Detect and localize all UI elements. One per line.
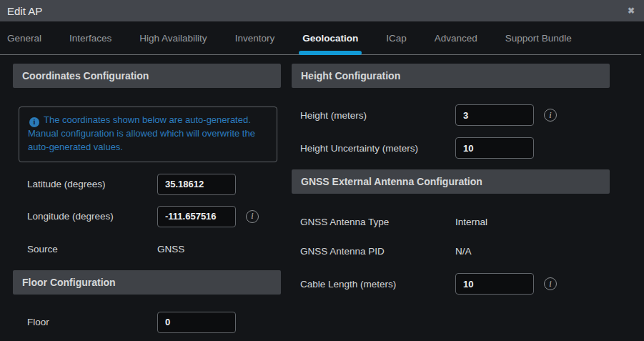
tab-label: Inventory bbox=[235, 33, 275, 44]
active-tab-underline bbox=[299, 51, 362, 55]
edit-ap-dialog: Edit AP ✖ General Interfaces High Availa… bbox=[0, 0, 644, 341]
gnss-antenna-type-value: Internal bbox=[455, 217, 487, 227]
info-note-text: The coordinates shown below are auto-gen… bbox=[28, 114, 255, 152]
coordinates-section-header: Coordinates Configuration bbox=[13, 64, 281, 88]
tab-icap[interactable]: ICap bbox=[386, 21, 407, 54]
floor-section-header: Floor Configuration bbox=[13, 270, 281, 295]
tab-label: Advanced bbox=[435, 33, 477, 44]
gnss-antenna-pid-label: GNSS Antenna PID bbox=[300, 246, 455, 257]
height-uncertainty-input[interactable] bbox=[455, 137, 534, 159]
longitude-label: Longitude (degrees) bbox=[27, 211, 157, 222]
latitude-input[interactable] bbox=[157, 174, 236, 195]
gnss-antenna-pid-row: GNSS Antenna PID N/A bbox=[292, 240, 610, 262]
gnss-antenna-type-row: GNSS Antenna Type Internal bbox=[292, 211, 610, 232]
floor-label: Floor bbox=[27, 317, 157, 327]
gnss-antenna-type-label: GNSS Antenna Type bbox=[300, 217, 455, 227]
longitude-input[interactable] bbox=[157, 206, 236, 227]
tab-high-availability[interactable]: High Availability bbox=[139, 21, 207, 54]
floor-input[interactable] bbox=[157, 312, 236, 333]
coordinates-info-note: iThe coordinates shown below are auto-ge… bbox=[19, 107, 277, 162]
tab-label: General bbox=[7, 33, 41, 44]
cable-length-row: Cable Length (meters) i bbox=[292, 273, 610, 295]
tab-support-bundle[interactable]: Support Bundle bbox=[505, 21, 572, 54]
longitude-info-icon[interactable]: i bbox=[246, 210, 259, 223]
height-uncertainty-row: Height Uncertainty (meters) bbox=[292, 137, 610, 159]
source-label: Source bbox=[27, 244, 157, 254]
gnss-section-header: GNSS External Antenna Configuration bbox=[292, 169, 610, 194]
tab-label: Support Bundle bbox=[505, 33, 572, 44]
latitude-row: Latitude (degrees) bbox=[13, 174, 281, 195]
cable-length-info-icon[interactable]: i bbox=[544, 277, 557, 290]
right-column: Height Configuration Height (meters) i H… bbox=[292, 64, 610, 341]
tab-label: Geolocation bbox=[302, 33, 358, 44]
dialog-titlebar: Edit AP ✖ bbox=[0, 0, 644, 21]
longitude-row: Longitude (degrees) i bbox=[13, 206, 281, 227]
tab-label: Interfaces bbox=[69, 33, 112, 44]
tab-inventory[interactable]: Inventory bbox=[235, 21, 275, 54]
tab-general[interactable]: General bbox=[7, 21, 41, 54]
close-icon[interactable]: ✖ bbox=[625, 5, 637, 16]
dialog-title: Edit AP bbox=[7, 5, 42, 17]
height-label: Height (meters) bbox=[300, 110, 455, 121]
tab-interfaces[interactable]: Interfaces bbox=[69, 21, 112, 54]
cable-length-input[interactable] bbox=[455, 273, 534, 295]
height-uncertainty-label: Height Uncertainty (meters) bbox=[300, 143, 455, 154]
geolocation-panel: Coordinates Configuration iThe coordinat… bbox=[0, 55, 644, 341]
latitude-label: Latitude (degrees) bbox=[27, 179, 157, 189]
info-icon: i bbox=[29, 117, 39, 127]
height-info-icon[interactable]: i bbox=[544, 109, 557, 122]
tab-bar: General Interfaces High Availability Inv… bbox=[0, 21, 641, 55]
tab-geolocation[interactable]: Geolocation bbox=[302, 21, 358, 54]
gnss-antenna-pid-value: N/A bbox=[455, 246, 472, 257]
floor-row: Floor bbox=[13, 312, 281, 333]
height-input[interactable] bbox=[455, 104, 534, 126]
cable-length-label: Cable Length (meters) bbox=[300, 279, 455, 290]
tab-label: ICap bbox=[386, 33, 407, 44]
source-row: Source GNSS bbox=[13, 239, 281, 260]
source-value: GNSS bbox=[157, 244, 184, 254]
height-row: Height (meters) i bbox=[292, 104, 610, 126]
height-section-header: Height Configuration bbox=[292, 64, 610, 88]
left-column: Coordinates Configuration iThe coordinat… bbox=[13, 64, 281, 341]
tab-advanced[interactable]: Advanced bbox=[435, 21, 477, 54]
tab-label: High Availability bbox=[139, 33, 207, 44]
